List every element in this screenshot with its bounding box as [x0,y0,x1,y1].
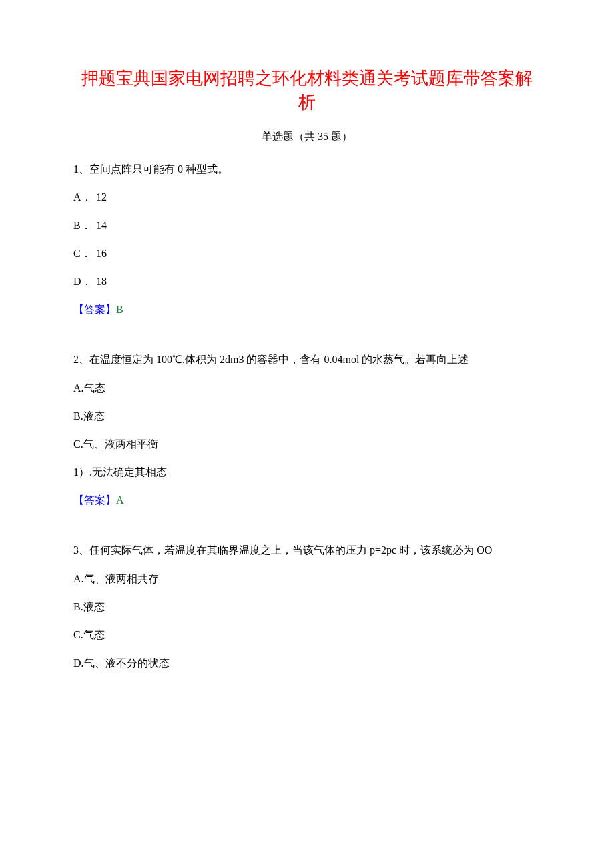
option: B.液态 [73,599,541,615]
option-prefix: B． [73,218,96,234]
option: D．18 [73,274,541,290]
section-subtitle: 单选题（共 35 题） [73,129,541,145]
option: C.气态 [73,627,541,643]
question-text: 2、在温度恒定为 100℃,体积为 2dm3 的容器中，含有 0.04mol 的… [73,351,541,368]
option-prefix: D． [73,274,96,290]
option: A.气态 [73,380,541,396]
option: A.气、液两相共存 [73,571,541,587]
answer-value: B [116,304,123,315]
answer-value: A [116,494,124,506]
question-block: 2、在温度恒定为 100℃,体积为 2dm3 的容器中，含有 0.04mol 的… [73,351,541,508]
option: B．14 [73,218,541,234]
option-prefix: D. [73,657,84,669]
answer: 【答案】B [73,302,541,318]
option-text: 气、液两相平衡 [83,438,158,450]
option-prefix: 1）. [73,466,92,478]
option-text: 液态 [83,601,105,612]
option: B.液态 [73,408,541,424]
question-block: 1、空间点阵只可能有 0 种型式。 A．12 B．14 C．16 D．18 【答… [73,161,541,318]
option-prefix: A. [73,382,84,394]
option-text: 无法确定其相态 [92,466,167,478]
option-text: 14 [96,220,107,231]
option-text: 液态 [83,410,105,422]
option: A．12 [73,189,541,205]
option-text: 气、液不分的状态 [84,657,170,669]
question-block: 3、任何实际气体，若温度在其临界温度之上，当该气体的压力 p=2pc 时，该系统… [73,542,541,671]
option: D.气、液不分的状态 [73,655,541,671]
option-text: 12 [96,191,107,203]
option: C.气、液两相平衡 [73,436,541,452]
option-text: 气态 [84,382,105,394]
option-prefix: A． [73,189,96,205]
option: C．16 [73,246,541,262]
option-text: 16 [96,248,107,259]
option-prefix: C． [73,246,96,262]
option-text: 气、液两相共存 [84,573,159,584]
answer-label: 【答案】 [73,304,116,315]
question-text: 1、空间点阵只可能有 0 种型式。 [73,161,541,178]
option-prefix: C. [73,438,83,450]
answer-label: 【答案】 [73,494,116,506]
question-text: 3、任何实际气体，若温度在其临界温度之上，当该气体的压力 p=2pc 时，该系统… [73,542,541,559]
option-prefix: B. [73,410,83,422]
option-text: 气态 [83,629,105,640]
option-prefix: A. [73,573,84,584]
answer: 【答案】A [73,492,541,508]
option-prefix: C. [73,629,83,640]
option: 1）.无法确定其相态 [73,464,541,480]
option-prefix: B. [73,601,83,612]
document-title: 押题宝典国家电网招聘之环化材料类通关考试题库带答案解析 [73,67,541,115]
option-text: 18 [96,276,107,287]
